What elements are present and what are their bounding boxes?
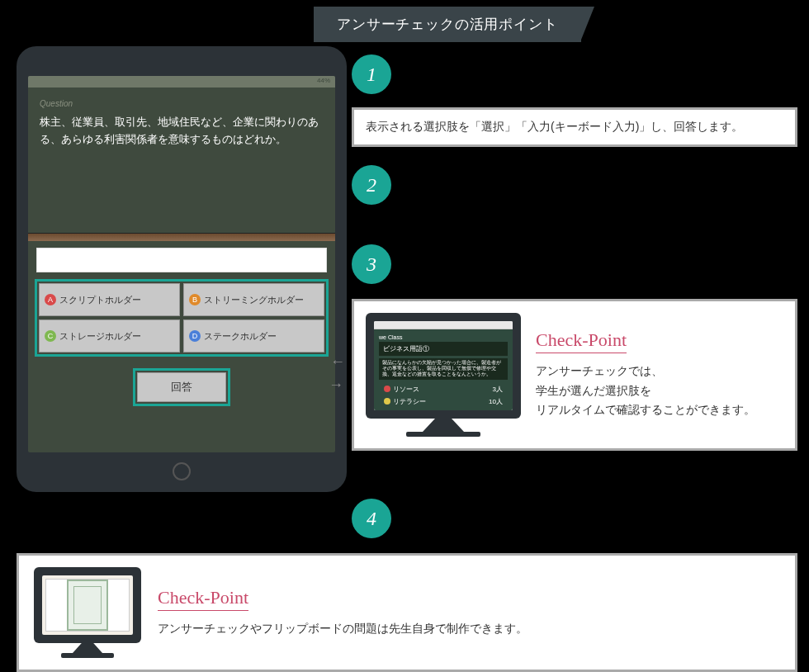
choice-c-text: ストレージホルダー <box>59 330 141 343</box>
tablet-screen: 44% Question 株主、従業員、取引先、地域住民など、企業に関わりのある… <box>28 76 335 452</box>
choice-badge-c: C <box>45 330 56 342</box>
choice-c[interactable]: Cストレージホルダー <box>39 319 180 353</box>
result-row-2: リテラシー10人 <box>379 395 508 408</box>
authoring-window <box>45 579 130 632</box>
step-4-badge: 4 <box>352 499 391 538</box>
step-3-panel: we Class ビジネス用語① 製品になんらかの欠陥が見つかった場合に、製造者… <box>352 299 797 451</box>
home-button[interactable] <box>173 462 191 480</box>
arrow-left-icon: ← <box>330 353 345 371</box>
choice-d[interactable]: Dステークホルダー <box>183 319 324 353</box>
choice-badge-b: B <box>189 294 201 305</box>
dot-icon <box>384 386 390 392</box>
step-1-badge: 1 <box>352 54 391 94</box>
answer-button[interactable]: 回答 <box>137 372 226 402</box>
header-title: アンサーチェックの活用ポイント <box>337 17 558 32</box>
question-area: Question 株主、従業員、取引先、地域住民など、企業に関わりのある、あらゆ… <box>28 88 335 233</box>
choice-badge-a: A <box>45 294 56 305</box>
choice-b[interactable]: Bストリーミングホルダー <box>183 283 324 316</box>
monitor-teacher-view: we Class ビジネス用語① 製品になんらかの欠陥が見つかった場合に、製造者… <box>366 313 521 437</box>
step-1-text: 表示される選択肢を「選択」「入力(キーボード入力)」し、回答します。 <box>366 120 743 133</box>
step-2-badge: 2 <box>352 165 391 205</box>
question-text: 株主、従業員、取引先、地域住民など、企業に関わりのある、あらゆる利害関係者を意味… <box>40 114 324 149</box>
choice-b-text: ストリーミングホルダー <box>204 294 304 306</box>
step-1-description: 表示される選択肢を「選択」「入力(キーボード入力)」し、回答します。 <box>352 107 797 147</box>
step-4-body: アンサーチェックやフリップボードの問題は先生自身で制作できます。 <box>158 619 780 639</box>
choice-a[interactable]: Aスクリプトホルダー <box>39 283 180 316</box>
status-bar: 44% <box>28 76 335 88</box>
choice-d-text: ステークホルダー <box>204 330 277 343</box>
board-rail <box>28 233 335 241</box>
monitor-authoring-view <box>34 567 141 658</box>
arrow-right-icon: → <box>329 376 343 394</box>
monitor-app-name: we Class <box>379 334 508 340</box>
choices-highlight: Aスクリプトホルダー Bストリーミングホルダー Cストレージホルダー Dステーク… <box>35 279 329 357</box>
monitor-quiz-desc: 製品になんらかの欠陥が見つかった場合に、製造者がその事実を公表し、製品を回収して… <box>379 358 508 380</box>
checkpoint-label: Check-Point <box>536 329 627 353</box>
tablet-device: 44% Question 株主、従業員、取引先、地域住民など、企業に関わりのある… <box>17 46 347 492</box>
checkpoint-label: Check-Point <box>158 587 248 611</box>
step-3-badge: 3 <box>352 244 391 284</box>
step-4-panel: Check-Point アンサーチェックやフリップボードの問題は先生自身で制作で… <box>17 553 797 672</box>
monitor-quiz-title: ビジネス用語① <box>379 342 508 356</box>
result-row-1: リソース3人 <box>379 383 508 395</box>
app-brand: Question <box>40 97 324 111</box>
choice-badge-d: D <box>189 330 201 342</box>
browser-tabs <box>374 321 513 329</box>
answer-button-highlight: 回答 <box>133 368 230 406</box>
choices-grid: Aスクリプトホルダー Bストリーミングホルダー Cストレージホルダー Dステーク… <box>39 283 324 353</box>
document-icon <box>67 580 108 631</box>
dot-icon <box>384 398 390 405</box>
answer-input[interactable] <box>36 248 327 272</box>
section-header: アンサーチェックの活用ポイント <box>314 7 581 42</box>
choice-a-text: スクリプトホルダー <box>59 294 141 306</box>
result-row-3: リコール11人 <box>379 408 508 410</box>
step-3-body: アンサーチェックでは、 学生が選んだ選択肢を リアルタイムで確認することができま… <box>536 362 783 420</box>
